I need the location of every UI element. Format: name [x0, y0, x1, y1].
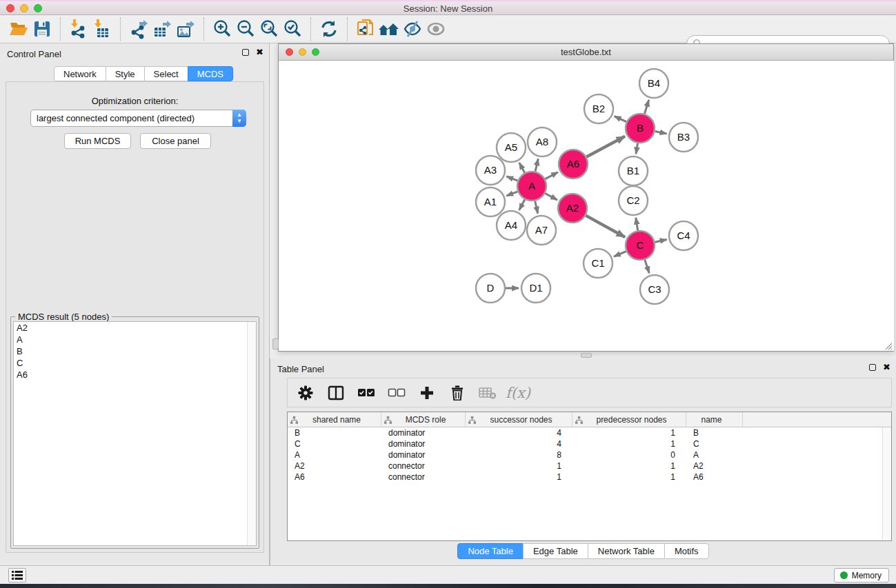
tab-mcds[interactable]: MCDS	[188, 66, 233, 81]
graph-node-C[interactable]: C	[626, 231, 655, 260]
graph-node-C3[interactable]: C3	[640, 275, 669, 304]
export-table-icon[interactable]	[150, 17, 174, 41]
column-header-successor-nodes[interactable]: successor nodes	[466, 412, 573, 427]
graph-edge-A-A7[interactable]	[535, 201, 538, 213]
graph-edge-C-C3[interactable]	[645, 260, 649, 273]
table-row[interactable]: A6connector11A6	[288, 472, 882, 483]
table-row[interactable]: A2connector11A2	[288, 460, 882, 472]
result-item[interactable]: A2	[14, 322, 256, 334]
graph-node-B2[interactable]: B2	[584, 94, 613, 123]
graph-edge-A-A5[interactable]	[519, 163, 525, 173]
graph-edge-C-C2[interactable]	[636, 218, 638, 231]
float-panel-icon[interactable]	[242, 49, 249, 56]
select-all-icon[interactable]	[357, 384, 376, 402]
network-canvas[interactable]: B4B2BB3A5A8A6A3AB1A1C2A2A4A7CC4C1C3DD1	[279, 61, 894, 351]
graph-edge-A-A2[interactable]	[545, 193, 557, 200]
table-row[interactable]: Bdominator41B	[288, 427, 882, 438]
result-item[interactable]: A	[14, 334, 256, 345]
tab-network[interactable]: Network	[54, 66, 106, 81]
close-panel-icon[interactable]: ✖	[883, 364, 890, 371]
column-panel-icon[interactable]	[326, 384, 346, 402]
refresh-icon[interactable]	[317, 17, 341, 41]
export-network-icon[interactable]	[127, 17, 150, 41]
float-panel-icon[interactable]	[869, 364, 876, 371]
open-file-icon[interactable]	[7, 17, 30, 41]
export-image-icon[interactable]	[174, 17, 197, 41]
graph-node-D1[interactable]: D1	[521, 274, 550, 303]
task-history-button[interactable]	[8, 568, 26, 582]
graph-node-A3[interactable]: A3	[476, 156, 505, 185]
table-row[interactable]: Adominator80A	[288, 449, 882, 460]
close-panel-button[interactable]: Close panel	[140, 133, 211, 149]
network-window[interactable]: testGlobe.txt B4B2BB3A5A8A6A3AB1A1C2A2A4…	[278, 43, 894, 352]
criterion-dropdown[interactable]: largest connected component (directed) ▲…	[30, 110, 246, 127]
graph-edge-A6-B[interactable]	[586, 136, 625, 157]
graph-edge-A-A6[interactable]	[545, 172, 558, 179]
graph-edge-B-B4[interactable]	[644, 100, 648, 114]
tab-network-table[interactable]: Network Table	[588, 543, 665, 559]
network-window-titlebar[interactable]: testGlobe.txt	[279, 44, 893, 61]
result-item[interactable]: C	[14, 357, 256, 369]
zoom-fit-icon[interactable]	[257, 17, 281, 41]
tab-select[interactable]: Select	[144, 66, 188, 81]
graph-node-A5[interactable]: A5	[497, 133, 526, 162]
column-header-MCDS-role[interactable]: MCDS role	[381, 412, 466, 427]
column-header-name[interactable]: name	[686, 412, 743, 427]
graph-edge-C-C1[interactable]	[614, 252, 626, 257]
tab-edge-table[interactable]: Edge Table	[523, 543, 588, 559]
tab-motifs[interactable]: Motifs	[664, 543, 709, 559]
column-header-shared-name[interactable]: shared name	[288, 412, 381, 427]
import-table-icon[interactable]	[90, 17, 114, 41]
graph-node-B3[interactable]: B3	[669, 123, 698, 152]
result-list-scrollbar[interactable]	[247, 322, 256, 545]
tab-node-table[interactable]: Node Table	[457, 543, 524, 559]
graph-node-B4[interactable]: B4	[639, 69, 668, 98]
graph-node-A7[interactable]: A7	[527, 216, 556, 245]
graph-edge-A2-C[interactable]	[586, 216, 625, 237]
graph-edge-B-B1[interactable]	[636, 143, 638, 154]
hide-visual-mapping-icon[interactable]	[401, 17, 424, 41]
horizontal-divider-grip[interactable]	[581, 353, 592, 358]
add-column-icon[interactable]	[417, 384, 437, 402]
result-item[interactable]: B	[14, 345, 256, 357]
settings-gear-icon[interactable]	[296, 384, 315, 402]
result-item[interactable]: A6	[14, 369, 256, 381]
zoom-selected-icon[interactable]	[281, 17, 304, 41]
graph-edge-A-A4[interactable]	[519, 199, 525, 210]
graph-node-B[interactable]: B	[626, 114, 655, 143]
graph-node-A6[interactable]: A6	[559, 150, 588, 179]
graph-edge-A-A8[interactable]	[535, 159, 538, 171]
deselect-all-icon[interactable]	[387, 384, 406, 402]
graph-node-A4[interactable]: A4	[497, 211, 526, 240]
graph-edge-C-C4[interactable]	[655, 239, 666, 242]
resize-grip-icon[interactable]	[884, 342, 893, 350]
graph-node-A8[interactable]: A8	[528, 128, 557, 156]
mcds-result-list[interactable]: A2ABCA6	[13, 321, 257, 546]
graph-node-C2[interactable]: C2	[619, 186, 648, 215]
home-layout-icon[interactable]	[377, 17, 401, 41]
table-row[interactable]: Cdominator41C	[288, 438, 882, 449]
graph-node-C4[interactable]: C4	[669, 221, 698, 250]
graph-edge-B-B3[interactable]	[655, 131, 667, 134]
graph-node-B1[interactable]: B1	[619, 156, 648, 185]
show-graphics-details-icon[interactable]	[424, 17, 448, 41]
tab-style[interactable]: Style	[106, 66, 145, 81]
table-scrollbar[interactable]	[882, 427, 891, 540]
graph-node-A2[interactable]: A2	[558, 194, 587, 223]
close-panel-icon[interactable]: ✖	[256, 49, 263, 56]
graph-node-A1[interactable]: A1	[476, 187, 505, 216]
column-header-predecessor-nodes[interactable]: predecessor nodes	[573, 412, 686, 427]
network-snapshot-icon[interactable]	[354, 17, 377, 41]
graph-node-A[interactable]: A	[517, 172, 546, 201]
import-network-icon[interactable]	[67, 17, 90, 41]
delete-column-icon[interactable]	[448, 384, 467, 402]
vertical-divider-grip[interactable]	[272, 338, 279, 349]
graph-edge-A-A1[interactable]	[506, 192, 517, 196]
graph-edge-B-B2[interactable]	[615, 116, 626, 122]
save-session-icon[interactable]	[30, 17, 54, 41]
graph-edge-A-A3[interactable]	[506, 176, 517, 181]
zoom-in-icon[interactable]	[210, 17, 234, 41]
zoom-out-icon[interactable]	[234, 17, 257, 41]
memory-button[interactable]: Memory	[834, 568, 889, 582]
graph-node-C1[interactable]: C1	[584, 249, 613, 278]
